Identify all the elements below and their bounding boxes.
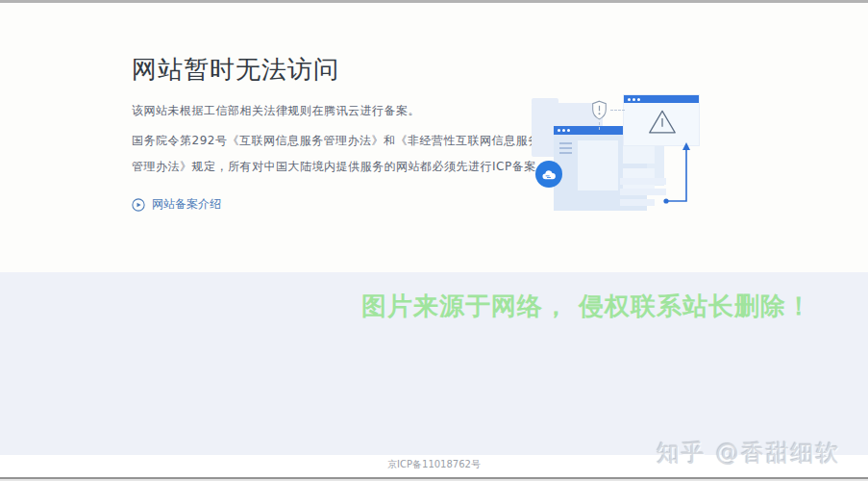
shield-alert-icon: [591, 100, 608, 124]
zhihu-author-watermark: 知乎 @香甜细软: [657, 438, 841, 468]
warning-triangle-icon: [647, 109, 678, 139]
play-circle-icon: [132, 198, 145, 212]
arrow-connector: [658, 141, 697, 213]
icp-illustration: [524, 88, 707, 222]
icp-intro-link[interactable]: 网站备案介绍: [132, 196, 221, 213]
cloud-icon: [535, 161, 562, 188]
window-dots-icon: [628, 98, 640, 101]
alert-window-icon: [624, 95, 699, 145]
page-title: 网站暂时无法访问: [132, 53, 339, 87]
image-source-watermark: 图片来源于网络， 侵权联系站长删除！: [361, 290, 812, 323]
hero-paragraph-1: 该网站未根据工信部相关法律规则在腾讯云进行备案。: [132, 103, 420, 119]
icp-intro-link-label: 网站备案介绍: [152, 196, 221, 213]
menu-lines-icon: [559, 142, 572, 157]
hero-section: 网站暂时无法访问 该网站未根据工信部相关法律规则在腾讯云进行备案。 国务院令第2…: [0, 3, 868, 272]
window-dots-icon: [558, 129, 570, 132]
dashed-connector: [610, 110, 625, 111]
window-titlebar: [624, 95, 699, 103]
hero-paragraph-2: 国务院令第292号《互联网信息服务管理办法》和《非经营性互联网信息服务备案管理办…: [132, 128, 566, 180]
dashed-connector: [599, 122, 600, 130]
page: 网站暂时无法访问 该网站未根据工信部相关法律规则在腾讯云进行备案。 国务院令第2…: [0, 0, 868, 481]
